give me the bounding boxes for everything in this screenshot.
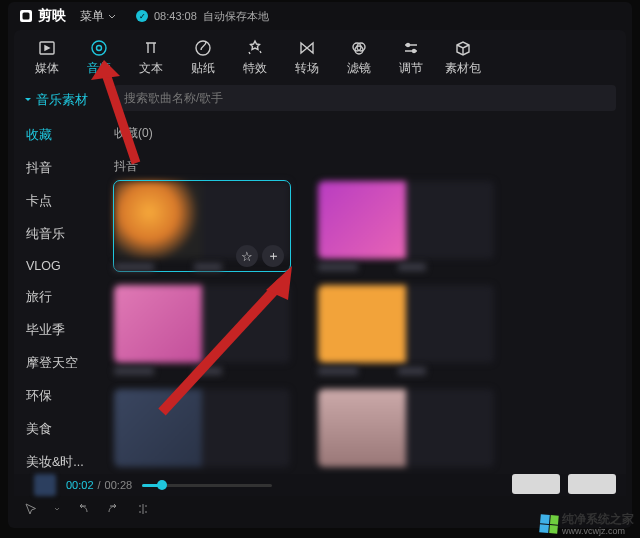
- pack-icon: [454, 38, 472, 58]
- action-buttons: [512, 474, 616, 494]
- sidebar-item-modern[interactable]: 摩登天空: [22, 347, 106, 380]
- app-logo: 剪映: [18, 7, 66, 25]
- progress-knob[interactable]: [157, 480, 167, 490]
- section-douyin-title: 抖音: [114, 158, 616, 175]
- music-grid-row3: [114, 389, 616, 467]
- music-card[interactable]: ☆ ＋: [114, 181, 290, 271]
- svg-point-9: [407, 44, 410, 47]
- search-input[interactable]: [114, 85, 616, 111]
- sidebar-item-travel[interactable]: 旅行: [22, 281, 106, 314]
- redo-icon[interactable]: [106, 502, 120, 519]
- playback-time: 00:02/00:28: [66, 479, 132, 491]
- sticker-icon: [194, 38, 212, 58]
- split-icon[interactable]: [136, 502, 150, 519]
- sidebar-item-vlog[interactable]: VLOG: [22, 251, 106, 281]
- svg-point-10: [413, 50, 416, 53]
- media-icon: [38, 38, 56, 58]
- music-card[interactable]: [318, 285, 494, 375]
- bottom-toolbar: [14, 498, 150, 522]
- app-window: 剪映 菜单 ✓ 08:43:08 自动保存本地 媒体 音频 文本 贴纸 特效 转…: [8, 2, 632, 528]
- svg-point-4: [97, 46, 102, 51]
- sidebar-item-pure[interactable]: 纯音乐: [22, 218, 106, 251]
- sidebar-item-eco[interactable]: 环保: [22, 380, 106, 413]
- action-button-2[interactable]: [568, 474, 616, 494]
- progress-bar[interactable]: [142, 484, 272, 487]
- plus-icon[interactable]: ＋: [262, 245, 284, 267]
- music-card[interactable]: [318, 389, 494, 467]
- tab-audio[interactable]: 音频: [76, 38, 122, 77]
- caret-down-icon: [24, 96, 32, 104]
- music-grid-row2: [114, 285, 616, 375]
- undo-icon[interactable]: [76, 502, 90, 519]
- music-card[interactable]: [114, 285, 290, 375]
- svg-rect-1: [23, 13, 30, 20]
- tab-sticker[interactable]: 贴纸: [180, 38, 226, 77]
- sidebar-item-douyin[interactable]: 抖音: [22, 152, 106, 185]
- watermark: 纯净系统之家 www.vcwjz.com: [540, 511, 634, 536]
- sidebar-item-kadian[interactable]: 卡点: [22, 185, 106, 218]
- watermark-logo-icon: [539, 514, 559, 534]
- mini-thumb: [34, 474, 56, 496]
- music-card[interactable]: [318, 181, 494, 271]
- main-panel: 媒体 音频 文本 贴纸 特效 转场 滤镜 调节 素材包 音乐素材 收藏 抖音 卡…: [14, 30, 626, 492]
- toolbar-tabs: 媒体 音频 文本 贴纸 特效 转场 滤镜 调节 素材包: [14, 30, 626, 81]
- menu-dropdown[interactable]: 菜单: [80, 8, 116, 25]
- check-circle-icon: ✓: [136, 10, 148, 22]
- panel-body: 音乐素材 收藏 抖音 卡点 纯音乐 VLOG 旅行 毕业季 摩登天空 环保 美食…: [14, 81, 626, 492]
- text-icon: [142, 38, 160, 58]
- tab-transition[interactable]: 转场: [284, 38, 330, 77]
- tab-filter[interactable]: 滤镜: [336, 38, 382, 77]
- tab-adjust[interactable]: 调节: [388, 38, 434, 77]
- transition-icon: [298, 38, 316, 58]
- effect-icon: [246, 38, 264, 58]
- filter-icon: [350, 38, 368, 58]
- autosave-indicator: ✓ 08:43:08 自动保存本地: [136, 9, 269, 24]
- svg-point-5: [196, 41, 210, 55]
- section-fav-title: 收藏(0): [114, 125, 616, 142]
- sidebar-item-grad[interactable]: 毕业季: [22, 314, 106, 347]
- app-name: 剪映: [38, 7, 66, 25]
- tab-media[interactable]: 媒体: [24, 38, 70, 77]
- tab-text[interactable]: 文本: [128, 38, 174, 77]
- audio-icon: [90, 38, 108, 58]
- tab-effect[interactable]: 特效: [232, 38, 278, 77]
- cursor-tool-icon[interactable]: [24, 502, 38, 519]
- music-grid-row1: ☆ ＋: [114, 181, 616, 271]
- sidebar-item-fav[interactable]: 收藏: [22, 119, 106, 152]
- chevron-down-icon: [108, 14, 116, 19]
- svg-point-3: [92, 41, 106, 55]
- star-icon[interactable]: ☆: [236, 245, 258, 267]
- sidebar: 音乐素材 收藏 抖音 卡点 纯音乐 VLOG 旅行 毕业季 摩登天空 环保 美食…: [14, 81, 106, 492]
- adjust-icon: [402, 38, 420, 58]
- search-bar: [114, 85, 616, 111]
- content-area: 收藏(0) 抖音 ☆ ＋: [106, 81, 626, 492]
- action-button-1[interactable]: [512, 474, 560, 494]
- chevron-down-icon: [54, 507, 60, 513]
- sidebar-item-food[interactable]: 美食: [22, 413, 106, 446]
- music-card[interactable]: [114, 389, 290, 467]
- sidebar-heading[interactable]: 音乐素材: [22, 85, 106, 119]
- tab-pack[interactable]: 素材包: [440, 38, 486, 77]
- titlebar: 剪映 菜单 ✓ 08:43:08 自动保存本地: [8, 2, 632, 30]
